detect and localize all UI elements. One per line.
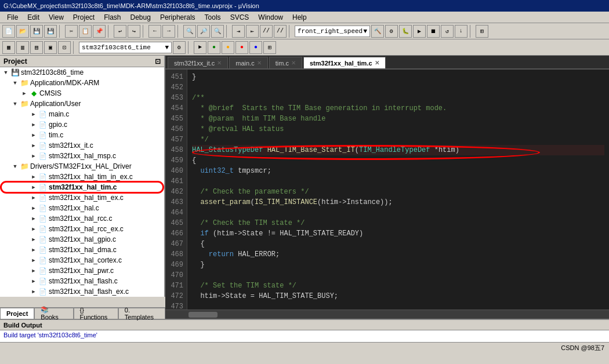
expander-mainc[interactable]: ► [29,110,38,119]
tree-item-mainc[interactable]: ► 📄 main.c [0,109,164,119]
undo-btn[interactable]: ↩ [114,25,126,38]
find2-btn[interactable]: 🔎 [197,25,210,38]
tab-close-tim[interactable]: ✕ [291,60,296,66]
t2-settings-btn[interactable]: ⚙ [173,41,186,54]
menu-project[interactable]: Project [68,12,99,23]
tab-timc[interactable]: tim.c ✕ [269,57,302,68]
tree-item-it[interactable]: ► 📄 stm32f1xx_it.c [0,140,164,151]
t2-btn2[interactable]: ▥ [16,41,29,54]
indent-btn[interactable]: ⇥ [232,25,245,38]
tree-item-gpioc[interactable]: ► 📄 gpio.c [0,119,164,130]
tree-item-gpio[interactable]: ► 📄 stm32f1xx_hal_gpio.c [0,234,164,245]
tree-item-root[interactable]: ▼ 💾 stm32f103c8t6_time [0,67,164,78]
expander-gpioc[interactable]: ► [29,120,38,129]
menu-debug[interactable]: Debug [126,12,155,23]
redo-btn[interactable]: ↪ [128,25,140,38]
paste-btn[interactable]: 📌 [93,25,106,38]
t2-btn1[interactable]: ▦ [2,41,15,54]
t2-arrow-btn[interactable]: ► [194,41,206,54]
tree-item-flash[interactable]: ► 📄 stm32f1xx_hal_flash.c [0,276,164,286]
expander-dma[interactable]: ► [29,245,38,254]
tree-item-tim-ex[interactable]: ► 📄 stm32f1xx_hal_tim_ex.c [0,192,164,203]
expander-hal-tim[interactable]: ► [29,183,38,192]
menu-svcs[interactable]: SVCS [226,12,254,23]
stop-btn[interactable]: ⏹ [427,25,440,38]
tab-templates[interactable]: 0. Templates [118,308,165,319]
tab-close-main[interactable]: ✕ [257,60,262,66]
nav-back-btn[interactable]: ← [148,25,161,38]
tree-item-cmsis[interactable]: ► ◆ CMSIS [0,88,164,99]
tab-stm32it[interactable]: stm32f1xx_it.c ✕ [168,57,228,68]
expander-msp[interactable]: ► [29,151,38,161]
copy-btn[interactable]: 📋 [79,25,92,38]
tree-item-tim-in-ex[interactable]: ► 📄 stm32f1xx_hal_tim_in_ex.c [0,172,164,182]
expander-timc[interactable]: ► [29,130,38,140]
menu-view[interactable]: View [44,12,68,23]
comment-btn[interactable]: // [260,25,273,38]
tab-close-it[interactable]: ✕ [217,60,222,66]
tree-item-rcc-ex[interactable]: ► 📄 stm32f1xx_hal_rcc_ex.c [0,224,164,234]
expander-gpio[interactable]: ► [29,235,38,244]
tab-books[interactable]: 📚 Books [34,308,73,319]
unindent-btn[interactable]: ⇤ [246,25,259,38]
t2-btn4[interactable]: ▣ [44,41,57,54]
expander-flash[interactable]: ► [29,276,38,286]
tree-item-drivers[interactable]: ▼ 📁 Drivers/STM32F1xx_HAL_Driver [0,161,164,172]
sidebar-content[interactable]: ▼ 💾 stm32f103c8t6_time ▼ 📁 Application/M… [0,67,164,297]
tree-item-appmdk[interactable]: ▼ 📁 Application/MDK-ARM [0,78,164,88]
find3-btn[interactable]: 🔍 [211,25,224,38]
expander-flash-ex[interactable]: ► [29,287,38,296]
target-dropdown[interactable]: front_right_speed ▼ [295,26,370,37]
debug-btn[interactable]: 🐛 [399,25,412,38]
uncomment-btn[interactable]: // [274,25,287,38]
t2-btn5[interactable]: ⊡ [58,41,71,54]
expander-root[interactable]: ▼ [1,68,10,77]
run-btn[interactable]: ▶ [413,25,426,38]
expander-rcc-ex[interactable]: ► [29,224,38,234]
find-btn[interactable]: 🔍 [183,25,196,38]
step-btn[interactable]: ↓ [455,25,467,38]
menu-tools[interactable]: Tools [200,12,226,23]
view-btn[interactable]: ⊞ [476,25,488,38]
t2-green-btn[interactable]: ● [208,41,220,54]
tab-project[interactable]: Project [0,308,34,319]
expander-appmdk[interactable]: ▼ [10,78,20,88]
tree-item-flash-ex[interactable]: ► 📄 stm32f1xx_hal_flash_ex.c [0,286,164,297]
tab-close-hal-tim[interactable]: ✕ [375,60,379,66]
nav-fwd-btn[interactable]: → [162,25,175,38]
t2-blue-btn[interactable]: ● [249,41,262,54]
tree-item-cortex[interactable]: ► 📄 stm32f1xx_hal_cortex.c [0,255,164,265]
expander-pwr[interactable]: ► [29,266,38,275]
expander-cortex[interactable]: ► [29,256,38,265]
scroll-thumb[interactable] [188,312,217,318]
cut-btn[interactable]: ✂ [65,25,78,38]
expander-rcc[interactable]: ► [29,214,38,223]
t2-btn3[interactable]: ▤ [30,41,43,54]
tree-item-hal[interactable]: ► 📄 stm32f1xx_hal.c [0,203,164,213]
expander-tim-ex[interactable]: ► [29,193,38,202]
tree-item-dma[interactable]: ► 📄 stm32f1xx_hal_dma.c [0,245,164,255]
tab-functions[interactable]: {} Functions [74,308,118,319]
code-content[interactable]: 451 452 453 454 455 456 457 458 459 460 … [165,70,609,310]
tree-item-pwr[interactable]: ► 📄 stm32f1xx_hal_pwr.c [0,265,164,276]
save-btn[interactable]: 💾 [30,25,43,38]
build-btn[interactable]: ⚙ [385,25,398,38]
expander-cmsis[interactable]: ► [20,89,29,98]
t2-orange-btn[interactable]: ● [222,41,234,54]
menu-edit[interactable]: Edit [23,12,44,23]
tree-item-rcc[interactable]: ► 📄 stm32f1xx_hal_rcc.c [0,213,164,224]
tree-item-hal-tim[interactable]: ► 📄 stm32f1xx_hal_tim.c [0,182,164,192]
reset-btn[interactable]: ↺ [441,25,454,38]
expander-tim-in-ex[interactable]: ► [29,172,38,181]
tab-mainc[interactable]: main.c ✕ [229,57,267,68]
menu-file[interactable]: File [2,12,23,23]
menu-help[interactable]: Help [288,12,311,23]
expander-it[interactable]: ► [29,141,38,150]
t2-red-btn[interactable]: ● [235,41,248,54]
sidebar-collapse-btn[interactable]: ⊡ [155,57,161,65]
expander-appuser[interactable]: ▼ [10,99,20,108]
menu-window[interactable]: Window [253,12,288,23]
build-target-btn[interactable]: 🔨 [371,25,384,38]
expander-drivers[interactable]: ▼ [10,162,20,171]
tree-item-appuser[interactable]: ▼ 📁 Application/User [0,99,164,109]
